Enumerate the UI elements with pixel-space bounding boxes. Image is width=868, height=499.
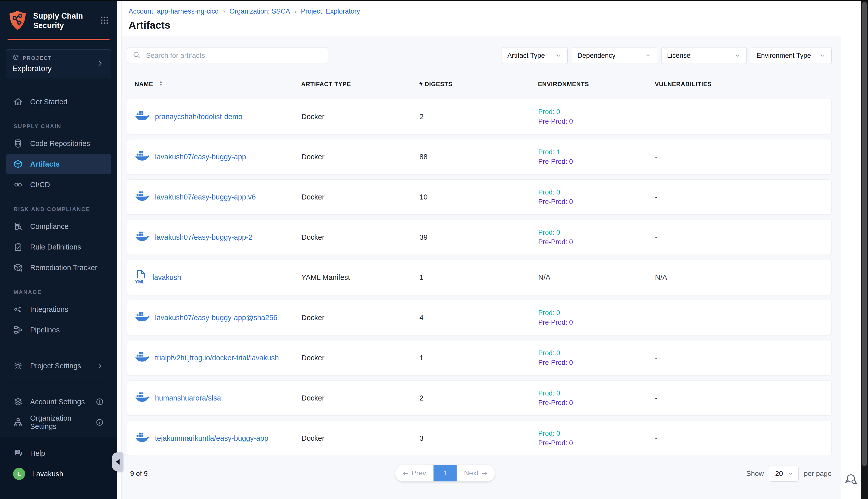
- sort-arrows-icon[interactable]: [157, 80, 164, 88]
- environments-cell: Prod: 0Pre-Prod: 0: [538, 308, 655, 327]
- current-page-button[interactable]: 1: [434, 465, 457, 482]
- project-selector[interactable]: PROJECT Exploratory: [6, 49, 111, 78]
- breadcrumb-link[interactable]: Project: Exploratory: [301, 8, 360, 15]
- prod-env-link[interactable]: Prod: 0: [538, 107, 655, 117]
- sidebar-item-organization-settings[interactable]: Organization Settings: [6, 412, 111, 433]
- preprod-env-link[interactable]: Pre-Prod: 0: [538, 358, 655, 367]
- user-menu[interactable]: L Lavakush: [6, 464, 111, 484]
- integrations-icon: [13, 304, 23, 314]
- search-input[interactable]: [146, 51, 323, 60]
- filter-license[interactable]: License: [661, 47, 747, 64]
- artifact-name-link[interactable]: lavakush07/easy-buggy-app: [155, 153, 246, 161]
- prod-env-link[interactable]: Prod: 0: [538, 228, 655, 237]
- filter-environment-type[interactable]: Environment Type: [751, 47, 832, 64]
- table-row[interactable]: humanshuarora/slsa Docker 2 Prod: 0Pre-P…: [127, 380, 832, 416]
- code-repository-icon: [13, 138, 23, 148]
- cube-icon: [13, 159, 23, 169]
- artifact-rows: pranaycshah/todolist-demo Docker 2 Prod:…: [127, 99, 832, 456]
- artifact-name-cell: YML lavakush: [135, 270, 301, 285]
- artifact-name-link[interactable]: lavakush07/easy-buggy-app-2: [155, 233, 253, 242]
- column-header--digests: # DIGESTS: [419, 81, 538, 88]
- sidebar-item-account-settings[interactable]: Account Settings: [6, 391, 111, 412]
- table-row[interactable]: lavakush07/easy-buggy-app:v6 Docker 10 P…: [127, 179, 832, 215]
- prod-env-link[interactable]: Prod: 0: [538, 429, 655, 438]
- sidebar-item-label: Artifacts: [30, 160, 60, 168]
- prod-env-link[interactable]: Prod: 0: [538, 348, 655, 358]
- table-row[interactable]: lavakush07/easy-buggy-app-2 Docker 39 Pr…: [127, 220, 832, 255]
- project-selector-label: PROJECT: [23, 55, 52, 61]
- sidebar-item-integrations[interactable]: Integrations: [6, 299, 111, 320]
- sidebar-item-label: Account Settings: [30, 398, 85, 406]
- preprod-env-link[interactable]: Pre-Prod: 0: [538, 157, 655, 166]
- preprod-env-link[interactable]: Pre-Prod: 0: [538, 117, 655, 126]
- sidebar-item-project-settings[interactable]: Project Settings: [6, 355, 111, 376]
- prod-env-link[interactable]: Prod: 0: [538, 308, 655, 318]
- table-row[interactable]: trialpfv2hi.jfrog.io/docker-trial/lavaku…: [127, 340, 832, 375]
- sidebar-item-label: Pipelines: [30, 326, 60, 334]
- sidebar-item-compliance[interactable]: Compliance: [6, 216, 111, 237]
- brand-row: Supply Chain Security: [0, 0, 117, 32]
- preprod-env-link[interactable]: Pre-Prod: 0: [538, 438, 655, 448]
- sidebar-item-ci-cd[interactable]: CI/CD: [6, 174, 111, 195]
- artifact-name-link[interactable]: lavakush07/easy-buggy-app:v6: [155, 193, 256, 201]
- preprod-env-link[interactable]: Pre-Prod: 0: [538, 398, 655, 407]
- scrollbar-track[interactable]: [861, 0, 868, 499]
- artifact-name-link[interactable]: humanshuarora/slsa: [155, 394, 221, 402]
- table-row[interactable]: lavakush07/easy-buggy-app@sha256 Docker …: [127, 300, 832, 335]
- info-icon[interactable]: [96, 418, 104, 427]
- info-icon[interactable]: [96, 398, 104, 406]
- environments-cell: Prod: 0Pre-Prod: 0: [538, 187, 655, 207]
- arrow-left-icon: ←: [402, 469, 408, 477]
- prod-env-link[interactable]: Prod: 1: [538, 147, 655, 157]
- prod-env-link[interactable]: Prod: 0: [538, 388, 655, 398]
- artifact-name-link[interactable]: lavakush: [152, 273, 181, 282]
- digests-cell: 1: [419, 354, 538, 362]
- preprod-env-link[interactable]: Pre-Prod: 0: [538, 237, 655, 247]
- digests-cell: 4: [419, 314, 538, 322]
- sidebar-item-artifacts[interactable]: Artifacts: [6, 154, 111, 174]
- table-row[interactable]: YML lavakush YAML Manifest 1 N/A N/A: [127, 260, 832, 295]
- table-row[interactable]: tejakummarikuntla/easy-buggy-app Docker …: [127, 421, 832, 456]
- sidebar-nav: Get Started SUPPLY CHAIN Code Repositori…: [0, 92, 117, 340]
- filter-dependency[interactable]: Dependency: [572, 47, 657, 64]
- artifact-name-link[interactable]: pranaycshah/todolist-demo: [155, 112, 243, 121]
- collapse-left-icon: [116, 459, 120, 465]
- support-chat-icon[interactable]: [844, 473, 857, 486]
- brand-accent-line: [8, 39, 110, 40]
- box-wrench-icon: [13, 263, 23, 272]
- sidebar-item-pipelines[interactable]: Pipelines: [6, 320, 111, 340]
- vulnerabilities-cell: -: [655, 153, 831, 161]
- sidebar-item-rule-definitions[interactable]: Rule Definitions: [6, 237, 111, 257]
- module-grid-icon[interactable]: [99, 15, 110, 26]
- digests-cell: 3: [419, 434, 538, 442]
- per-page-select[interactable]: 20: [769, 465, 799, 482]
- sidebar-item-get-started[interactable]: Get Started: [6, 92, 111, 112]
- breadcrumb-link[interactable]: Organization: SSCA: [230, 8, 290, 15]
- sidebar-item-code-repositories[interactable]: Code Repositories: [6, 133, 111, 154]
- scrollbar-thumb[interactable]: [862, 2, 867, 466]
- gear-icon: [13, 361, 23, 371]
- vulnerabilities-cell: -: [655, 354, 831, 362]
- avatar: L: [13, 468, 25, 480]
- sidebar-item-remediation-tracker[interactable]: Remediation Tracker: [6, 257, 111, 278]
- page-header: Account: app-harness-ng-cicd›Organizatio…: [122, 0, 841, 36]
- preprod-env-link[interactable]: Pre-Prod: 0: [538, 197, 655, 207]
- artifact-name-link[interactable]: tejakummarikuntla/easy-buggy-app: [155, 434, 268, 442]
- artifact-name-link[interactable]: trialpfv2hi.jfrog.io/docker-trial/lavaku…: [155, 354, 279, 362]
- prev-page-button[interactable]: ← Prev: [395, 465, 434, 482]
- digests-cell: 1: [419, 273, 538, 282]
- breadcrumb-link[interactable]: Account: app-harness-ng-cicd: [128, 8, 219, 15]
- sidebar-item-help[interactable]: ? Help: [6, 443, 111, 464]
- preprod-env-link[interactable]: Pre-Prod: 0: [538, 318, 655, 327]
- sidebar-collapse-handle[interactable]: [112, 452, 123, 471]
- next-page-button[interactable]: Next →: [457, 465, 495, 482]
- filter-artifact-type[interactable]: Artifact Type: [501, 47, 568, 64]
- artifact-name-link[interactable]: lavakush07/easy-buggy-app@sha256: [155, 314, 277, 322]
- chevron-down-icon: [555, 52, 562, 59]
- prod-env-link[interactable]: Prod: 0: [538, 187, 655, 197]
- table-row[interactable]: lavakush07/easy-buggy-app Docker 88 Prod…: [127, 139, 832, 174]
- result-count: 9 of 9: [130, 470, 148, 478]
- column-header-name[interactable]: NAME: [135, 80, 301, 88]
- table-row[interactable]: pranaycshah/todolist-demo Docker 2 Prod:…: [127, 99, 832, 134]
- vulnerabilities-cell: -: [655, 112, 831, 121]
